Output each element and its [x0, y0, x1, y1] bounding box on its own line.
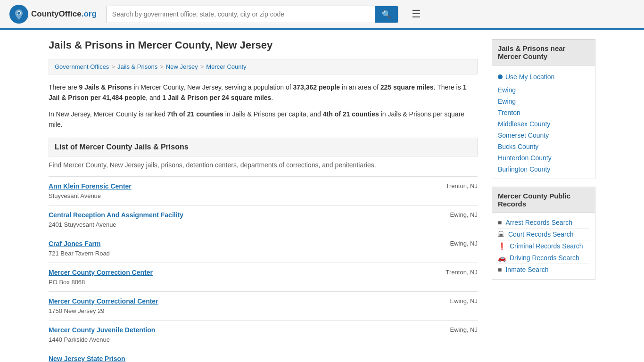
hamburger-icon: ☰ [412, 8, 421, 20]
facility-entry: Mercer County Correctional Center 1750 N… [49, 291, 478, 320]
use-location-label: Use My Location [505, 73, 554, 81]
sidebar-nearby-link[interactable]: Trenton [498, 109, 520, 116]
svg-point-1 [17, 12, 20, 15]
record-icon: 🚗 [498, 254, 506, 262]
logo-text: CountyOffice.org [31, 9, 97, 19]
record-icon: 🏛 [498, 230, 504, 238]
record-link[interactable]: Inmate Search [505, 266, 548, 273]
record-link[interactable]: Criminal Records Search [510, 242, 583, 250]
facility-address: 1440 Parkside Avenue [49, 336, 110, 343]
sidebar-record-item: ■ Inmate Search [498, 264, 589, 275]
facility-name-link[interactable]: New Jersey State Prison [49, 355, 430, 362]
facility-address: 1750 New Jersey 29 [49, 307, 105, 314]
use-my-location-link[interactable]: Use My Location [498, 71, 589, 82]
facility-name-link[interactable]: Mercer County Correction Center [49, 269, 430, 276]
facility-city: Trenton, NJ [430, 182, 478, 189]
sidebar-records-list-container: ■ Arrest Records Search 🏛 Court Records … [492, 213, 595, 280]
facilities-list: Ann Klein Forensic Center Stuyvesant Ave… [49, 176, 478, 362]
breadcrumb-sep-1: > [111, 63, 115, 70]
facility-name-link[interactable]: Craf Jones Farm [49, 240, 430, 247]
facility-entry: Mercer County Juvenile Detention 1440 Pa… [49, 320, 478, 349]
record-link[interactable]: Court Records Search [508, 230, 574, 238]
sidebar-nearby-item: Ewing [498, 96, 589, 107]
per-sqmile: 1 Jail & Prison per 24 square miles [162, 94, 271, 101]
list-description: Find Mercer County, New Jersey jails, pr… [49, 161, 478, 169]
search-icon: 🔍 [382, 10, 391, 18]
sidebar-nearby-item: Middlesex County [498, 118, 589, 130]
list-section-header: List of Mercer County Jails & Prisons [49, 138, 478, 156]
breadcrumb-gov-offices[interactable]: Government Offices [55, 63, 109, 70]
location-icon [498, 74, 503, 79]
facility-info: Craf Jones Farm 721 Bear Tavern Road [49, 240, 430, 257]
facility-entry: Mercer County Correction Center PO Box 8… [49, 263, 478, 291]
facility-city: Ewing, NJ [430, 326, 478, 333]
info-paragraph-1: There are 9 Jails & Prisons in Mercer Co… [49, 82, 478, 103]
facility-name-link[interactable]: Mercer County Juvenile Detention [49, 326, 430, 334]
sidebar: Jails & Prisons near Mercer County Use M… [492, 39, 595, 362]
sidebar-nearby-item: Ewing [498, 84, 589, 96]
facility-info: Mercer County Correction Center PO Box 8… [49, 269, 430, 286]
breadcrumb-sep-2: > [160, 63, 164, 70]
sidebar-records-title: Mercer County Public Records [492, 187, 595, 213]
breadcrumb: Government Offices > Jails & Prisons > N… [49, 59, 478, 74]
facility-row: New Jersey State Prison [49, 355, 478, 362]
facility-city: Ewing, NJ [430, 297, 478, 304]
sidebar-nearby-link[interactable]: Middlesex County [498, 120, 550, 128]
facility-city: Ewing, NJ [430, 211, 478, 218]
record-link[interactable]: Arrest Records Search [505, 219, 572, 226]
sidebar-nearby-link[interactable]: Burlington County [498, 165, 550, 173]
breadcrumb-jails[interactable]: Jails & Prisons [117, 63, 157, 70]
sidebar-nearby-link[interactable]: Ewing [498, 98, 516, 105]
breadcrumb-nj[interactable]: New Jersey [166, 63, 198, 70]
facility-info: Mercer County Correctional Center 1750 N… [49, 297, 430, 314]
sidebar-nearby-link[interactable]: Ewing [498, 86, 516, 94]
sidebar-record-item: 🏛 Court Records Search [498, 229, 589, 240]
facility-info: Mercer County Juvenile Detention 1440 Pa… [49, 326, 430, 343]
facility-entry: New Jersey State Prison [49, 349, 478, 362]
breadcrumb-mercer[interactable]: Mercer County [206, 63, 246, 70]
facility-entry: Ann Klein Forensic Center Stuyvesant Ave… [49, 176, 478, 205]
facility-address: PO Box 8068 [49, 279, 85, 286]
main-content: Jails & Prisons in Mercer County, New Je… [49, 39, 478, 362]
facility-address: 2401 Stuyvesant Avenue [49, 221, 116, 228]
population-count: 373,362 people [293, 83, 340, 91]
rank-sqmile: 4th of 21 counties [323, 110, 379, 118]
sidebar-nearby-item: Somerset County [498, 130, 589, 141]
facility-address: Stuyvesant Avenue [49, 192, 101, 199]
facility-row: Mercer County Correction Center PO Box 8… [49, 269, 478, 286]
facility-row: Mercer County Correctional Center 1750 N… [49, 297, 478, 314]
breadcrumb-sep-3: > [200, 63, 204, 70]
facility-info: New Jersey State Prison [49, 355, 430, 362]
info-paragraph-2: In New Jersey, Mercer County is ranked 7… [49, 109, 478, 130]
record-link[interactable]: Driving Records Search [510, 254, 579, 262]
search-button[interactable]: 🔍 [375, 6, 398, 23]
record-icon: ■ [498, 219, 502, 226]
search-bar: 🔍 [106, 6, 398, 23]
sidebar-nearby-item: Hunterdon County [498, 152, 589, 164]
facility-row: Ann Klein Forensic Center Stuyvesant Ave… [49, 182, 478, 199]
facility-info: Central Reception And Assignment Facilit… [49, 211, 430, 228]
facility-address: 721 Bear Tavern Road [49, 250, 110, 257]
facility-name-link[interactable]: Mercer County Correctional Center [49, 297, 430, 305]
facility-entry: Craf Jones Farm 721 Bear Tavern Road Ewi… [49, 234, 478, 263]
sidebar-nearby-link[interactable]: Hunterdon County [498, 154, 552, 162]
sidebar-nearby-item: Bucks County [498, 141, 589, 152]
sidebar-record-item: 🚗 Driving Records Search [498, 252, 589, 264]
facility-row: Craf Jones Farm 721 Bear Tavern Road Ewi… [49, 240, 478, 257]
rank-capita: 7th of 21 counties [167, 110, 223, 118]
facility-info: Ann Klein Forensic Center Stuyvesant Ave… [49, 182, 430, 199]
sidebar-nearby-link[interactable]: Somerset County [498, 132, 549, 139]
search-input[interactable] [107, 6, 375, 23]
facility-city: Trenton, NJ [430, 269, 478, 276]
facility-row: Central Reception And Assignment Facilit… [49, 211, 478, 228]
sidebar-nearby-link[interactable]: Bucks County [498, 143, 538, 150]
sidebar-jails-title: Jails & Prisons near Mercer County [492, 39, 595, 66]
menu-button[interactable]: ☰ [408, 6, 425, 22]
facility-name-link[interactable]: Ann Klein Forensic Center [49, 182, 430, 190]
facility-name-link[interactable]: Central Reception And Assignment Facilit… [49, 211, 430, 219]
facility-city: Ewing, NJ [430, 240, 478, 247]
site-logo[interactable]: CountyOffice.org [9, 5, 97, 24]
record-icon: ❗ [498, 242, 506, 250]
facility-row: Mercer County Juvenile Detention 1440 Pa… [49, 326, 478, 343]
area-miles: 225 square miles [380, 83, 434, 91]
